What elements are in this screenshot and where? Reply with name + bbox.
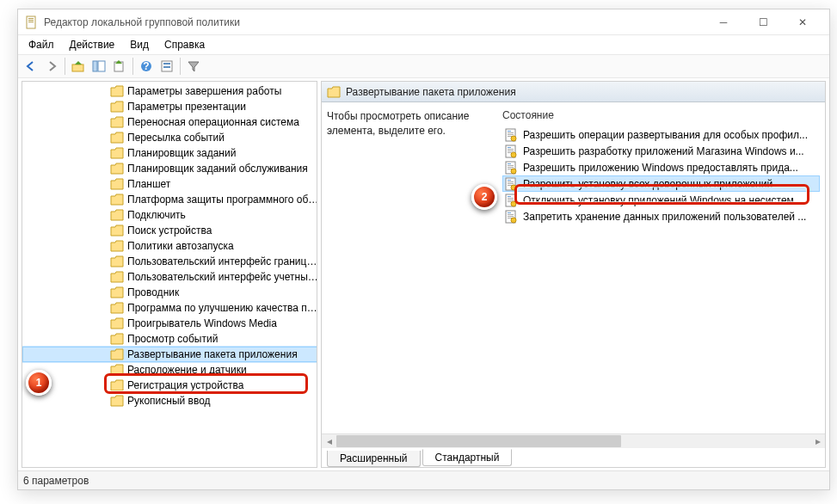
- show-tree-button[interactable]: [89, 57, 108, 76]
- status-text: 6 параметров: [23, 475, 89, 487]
- tree-item[interactable]: Расположение и датчики: [22, 362, 317, 378]
- svg-rect-5: [93, 61, 97, 71]
- tree-item[interactable]: Рукописный ввод: [22, 393, 317, 409]
- menu-help[interactable]: Справка: [157, 37, 212, 52]
- forward-button[interactable]: [42, 57, 61, 76]
- policy-icon: [504, 210, 518, 224]
- tree-item[interactable]: Программа по улучшению качества п…: [22, 300, 317, 316]
- scrollbar-thumb[interactable]: [336, 435, 621, 447]
- tree-item[interactable]: Проигрыватель Windows Media: [22, 316, 317, 331]
- folder-icon: [110, 255, 124, 267]
- svg-rect-20: [508, 147, 511, 148]
- export-button[interactable]: [110, 57, 129, 76]
- svg-rect-38: [508, 196, 511, 197]
- tree-item[interactable]: Платформа защиты программного об…: [22, 192, 317, 207]
- tree-item-label: Проводник: [127, 286, 179, 298]
- svg-rect-33: [508, 181, 514, 182]
- tree-item[interactable]: Проводник: [22, 285, 317, 300]
- svg-rect-28: [508, 167, 514, 168]
- tree-item[interactable]: Регистрация устройства: [22, 378, 317, 393]
- tree-item[interactable]: Пользовательский интерфейс границ…: [22, 254, 317, 269]
- tree-item[interactable]: Параметры завершения работы: [22, 83, 317, 99]
- back-button[interactable]: [22, 57, 40, 76]
- statusbar: 6 параметров: [18, 470, 829, 489]
- tree-item[interactable]: Планшет: [22, 176, 317, 192]
- filter-button[interactable]: [184, 57, 203, 76]
- policy-label: Разрешить разработку приложений Магазина…: [523, 145, 804, 157]
- tree-item[interactable]: Политики автозапуска: [22, 238, 317, 254]
- svg-rect-12: [163, 66, 170, 68]
- details-header: Развертывание пакета приложения: [322, 82, 825, 102]
- maximize-button[interactable]: ☐: [743, 9, 783, 35]
- tree-item-label: Параметры завершения работы: [127, 85, 281, 97]
- folder-icon: [110, 333, 124, 345]
- content-area: Параметры завершения работыПараметры пре…: [18, 78, 829, 470]
- menu-file[interactable]: Файл: [22, 37, 61, 52]
- folder-icon: [110, 364, 124, 376]
- tab-standard[interactable]: Стандартный: [422, 449, 513, 466]
- svg-point-48: [511, 218, 516, 223]
- policy-item[interactable]: Запретить хранение данных приложений пол…: [502, 208, 820, 224]
- up-button[interactable]: [69, 57, 88, 76]
- folder-icon: [110, 209, 124, 221]
- tree-item-label: Проигрыватель Windows Media: [127, 317, 277, 329]
- annotation-marker-2: 2: [471, 184, 497, 210]
- policy-item[interactable]: Разрешить операции развертывания для осо…: [502, 126, 820, 143]
- policy-item[interactable]: Разрешить разработку приложений Магазина…: [502, 143, 820, 159]
- tree-item-label: Платформа защиты программного об…: [127, 194, 317, 206]
- policy-label: Отключить установку приложений Windows н…: [523, 194, 803, 206]
- tree-scroll[interactable]: Параметры завершения работыПараметры пре…: [22, 82, 317, 467]
- close-button[interactable]: ✕: [783, 9, 822, 35]
- tree-item-label: Регистрация устройства: [127, 379, 243, 391]
- titlebar[interactable]: Редактор локальной групповой политики ─ …: [18, 9, 829, 35]
- svg-rect-1: [28, 18, 34, 19]
- tree-item[interactable]: Планировщик заданий обслуживания: [22, 161, 317, 176]
- toolbar: ?: [18, 54, 829, 78]
- scroll-left-button[interactable]: ◂: [322, 434, 336, 448]
- tree-item[interactable]: Развертывание пакета приложения: [22, 347, 317, 362]
- tree-item-label: Развертывание пакета приложения: [127, 348, 298, 360]
- annotation-marker-1: 1: [26, 370, 52, 396]
- menu-view[interactable]: Вид: [123, 37, 156, 52]
- help-button[interactable]: ?: [137, 57, 156, 76]
- folder-icon: [110, 178, 124, 190]
- app-icon: [25, 15, 39, 29]
- separator: [132, 58, 133, 75]
- policy-icon: [504, 177, 518, 191]
- svg-rect-11: [163, 63, 170, 65]
- menu-action[interactable]: Действие: [63, 37, 122, 52]
- menubar: Файл Действие Вид Справка: [18, 35, 829, 54]
- scroll-right-button[interactable]: ▸: [810, 434, 825, 448]
- tab-extended[interactable]: Расширенный: [327, 451, 421, 467]
- properties-button[interactable]: [157, 57, 176, 76]
- tree-item[interactable]: Пересылка событий: [22, 130, 317, 145]
- tree-item-label: Планшет: [127, 178, 170, 190]
- svg-rect-6: [98, 61, 105, 71]
- tree-item[interactable]: Переносная операционная система: [22, 114, 317, 130]
- tree-item[interactable]: Пользовательский интерфейс учетны…: [22, 269, 317, 285]
- svg-rect-27: [508, 165, 514, 166]
- horizontal-scrollbar[interactable]: ◂ ▸: [322, 433, 825, 448]
- svg-rect-15: [508, 132, 514, 133]
- tree-item[interactable]: Подключить: [22, 207, 317, 223]
- tree-item[interactable]: Просмотр событий: [22, 331, 317, 347]
- svg-rect-2: [28, 20, 34, 21]
- scrollbar-track[interactable]: [336, 434, 810, 448]
- policy-item[interactable]: Разрешить установку всех доверенных прил…: [502, 175, 820, 192]
- svg-point-18: [511, 136, 516, 141]
- tree-item-label: Планировщик заданий обслуживания: [127, 163, 308, 175]
- minimize-button[interactable]: ─: [704, 9, 743, 35]
- description-column: Чтобы просмотреть описание элемента, выд…: [327, 109, 482, 427]
- tree-item[interactable]: Параметры презентации: [22, 99, 317, 114]
- export-icon: [113, 59, 126, 73]
- tree-item[interactable]: Планировщик заданий: [22, 145, 317, 161]
- svg-rect-22: [508, 151, 514, 151]
- properties-icon: [160, 59, 174, 73]
- description-text: Чтобы просмотреть описание элемента, выд…: [327, 110, 469, 137]
- policy-item[interactable]: Отключить установку приложений Windows н…: [502, 192, 820, 208]
- tree-item-label: Программа по улучшению качества п…: [127, 302, 317, 314]
- policy-list: Разрешить операции развертывания для осо…: [502, 126, 820, 224]
- folder-icon: [110, 286, 124, 298]
- tree-item[interactable]: Поиск устройства: [22, 223, 317, 238]
- policy-item[interactable]: Разрешить приложению Windows предоставля…: [502, 159, 820, 175]
